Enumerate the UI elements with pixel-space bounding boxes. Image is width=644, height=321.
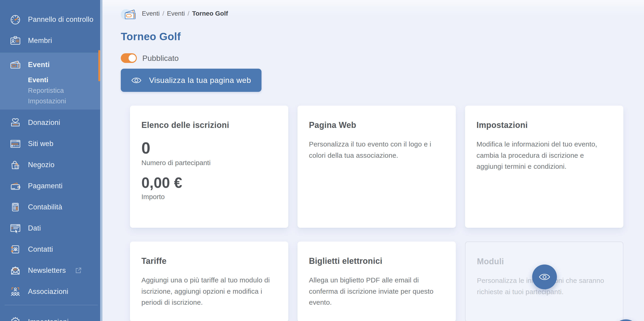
- breadcrumb-section[interactable]: Eventi: [167, 10, 185, 17]
- dashboard-icon: [9, 13, 22, 26]
- sidebar-item-label: Eventi: [28, 61, 50, 69]
- card-title: Pagina Web: [309, 120, 444, 130]
- breadcrumb-separator: /: [162, 10, 164, 17]
- sidebar-item-membri[interactable]: Membri: [0, 30, 102, 51]
- sidebar-item-label: Dati: [28, 224, 41, 232]
- sidebar-item-associazioni[interactable]: Associazioni: [0, 281, 102, 302]
- shop-icon: [9, 158, 22, 172]
- card-biglietti-elettronici[interactable]: Biglietti elettronici Allega un bigliett…: [298, 242, 456, 321]
- card-description: Personalizza il tuo evento con il logo e…: [309, 139, 442, 161]
- sidebar-item-label: Negozio: [28, 161, 54, 169]
- card-title: Elenco delle iscrizioni: [142, 120, 277, 130]
- card-title: Tariffe: [142, 256, 277, 266]
- breadcrumb-separator: /: [188, 10, 189, 17]
- sidebar-item-label: Pagamenti: [28, 182, 62, 190]
- view-webpage-button-label: Visualizza la tua pagina web: [149, 76, 251, 85]
- sidebar-item-label: Newsletters: [28, 266, 66, 275]
- calculator-icon: [9, 201, 22, 214]
- sidebar-item-pagamenti[interactable]: Pagamenti: [0, 176, 102, 197]
- website-icon: [9, 137, 22, 150]
- sidebar-item-contabilita[interactable]: Contabilità: [0, 197, 102, 218]
- page-title: Torneo Golf: [121, 30, 644, 43]
- sidebar-item-negozio[interactable]: Negozio: [0, 154, 102, 176]
- breadcrumb-ticket-icon: [121, 8, 139, 20]
- submenu-item-reportistica[interactable]: Reportistica: [28, 85, 102, 96]
- submenu-item-impostazioni[interactable]: Impostazioni: [28, 96, 102, 106]
- card-impostazioni[interactable]: Impostazioni Modifica le informazioni de…: [465, 106, 623, 228]
- wallet-icon: [9, 179, 22, 193]
- breadcrumb: Eventi / Eventi / Torneo Golf: [121, 8, 644, 20]
- sidebar-item-label: Contabilità: [28, 203, 62, 211]
- sidebar-item-label: Donazioni: [28, 118, 60, 127]
- breadcrumb-current: Torneo Golf: [192, 10, 228, 17]
- main-content: Eventi / Eventi / Torneo Golf Torneo Gol…: [102, 0, 644, 321]
- cards-grid: Elenco delle iscrizioni 0 Numero di part…: [130, 106, 628, 321]
- card-title: Biglietti elettronici: [309, 256, 444, 266]
- gear-icon: [9, 315, 22, 321]
- card-title: Impostazioni: [476, 120, 612, 130]
- sidebar-item-label: Membri: [28, 37, 52, 45]
- contacts-icon: [9, 243, 22, 256]
- card-description: Modifica le informazioni del tuo evento,…: [476, 139, 610, 172]
- sidebar-item-contatti[interactable]: Contatti: [0, 239, 102, 260]
- sidebar-item-impostazioni[interactable]: Impostazioni: [0, 311, 102, 321]
- amount-value: 0,00 €: [142, 176, 277, 190]
- sidebar-item-dati[interactable]: Dati: [0, 218, 102, 239]
- sidebar-item-label: Contatti: [28, 245, 53, 253]
- sidebar-item-donazioni[interactable]: Donazioni: [0, 112, 102, 133]
- sidebar-scrollbar-track[interactable]: [100, 0, 102, 321]
- sidebar-divider: [4, 305, 98, 305]
- sidebar: Pannello di controllo Membri: [0, 0, 102, 321]
- view-webpage-button[interactable]: Visualizza la tua pagina web: [121, 69, 262, 92]
- sidebar-group-eventi: Eventi Eventi Reportistica Impostazioni: [0, 53, 102, 109]
- sidebar-item-eventi[interactable]: Eventi: [0, 55, 102, 75]
- member-card-icon: [9, 34, 22, 47]
- publish-toggle-label: Pubblicato: [142, 54, 179, 63]
- sidebar-item-label: Siti web: [28, 140, 54, 148]
- participants-label: Numero di partecipanti: [142, 159, 277, 167]
- sidebar-item-siti-web[interactable]: Siti web: [0, 133, 102, 154]
- external-link-icon: [75, 267, 82, 274]
- ticket-icon: [9, 58, 22, 71]
- publish-toggle[interactable]: [121, 53, 137, 63]
- toggle-knob: [128, 54, 136, 62]
- eventi-submenu: Eventi Reportistica Impostazioni: [0, 75, 102, 106]
- sidebar-scrollbar-thumb[interactable]: [98, 50, 100, 81]
- data-icon: [9, 222, 22, 235]
- card-description: Aggiungi una o più tariffe al tuo modulo…: [142, 275, 274, 308]
- moduli-preview-eye-button[interactable]: [532, 264, 557, 289]
- publish-toggle-row: Pubblicato: [121, 53, 644, 63]
- card-pagina-web[interactable]: Pagina Web Personalizza il tuo evento co…: [298, 106, 456, 228]
- eye-icon: [538, 273, 550, 281]
- donation-icon: [9, 116, 22, 129]
- sidebar-item-label: Pannello di controllo: [28, 15, 93, 24]
- sidebar-item-label: Impostazioni: [28, 318, 69, 321]
- newsletter-icon: [9, 264, 22, 277]
- amount-label: Importo: [142, 193, 277, 201]
- sidebar-item-label: Associazioni: [28, 287, 68, 296]
- sidebar-item-pannello-di-controllo[interactable]: Pannello di controllo: [0, 9, 102, 30]
- group-icon: [9, 285, 22, 298]
- sidebar-nav: Pannello di controllo Membri: [0, 0, 102, 321]
- participants-count: 0: [142, 140, 277, 156]
- breadcrumb-root[interactable]: Eventi: [142, 10, 160, 17]
- card-description: Allega un biglietto PDF alle email di co…: [309, 275, 442, 308]
- eye-icon: [131, 76, 142, 84]
- card-tariffe[interactable]: Tariffe Aggiungi una o più tariffe al tu…: [130, 242, 288, 321]
- submenu-item-eventi[interactable]: Eventi: [28, 75, 102, 85]
- card-elenco-iscrizioni[interactable]: Elenco delle iscrizioni 0 Numero di part…: [130, 106, 288, 228]
- sidebar-item-newsletters[interactable]: Newsletters: [0, 260, 102, 281]
